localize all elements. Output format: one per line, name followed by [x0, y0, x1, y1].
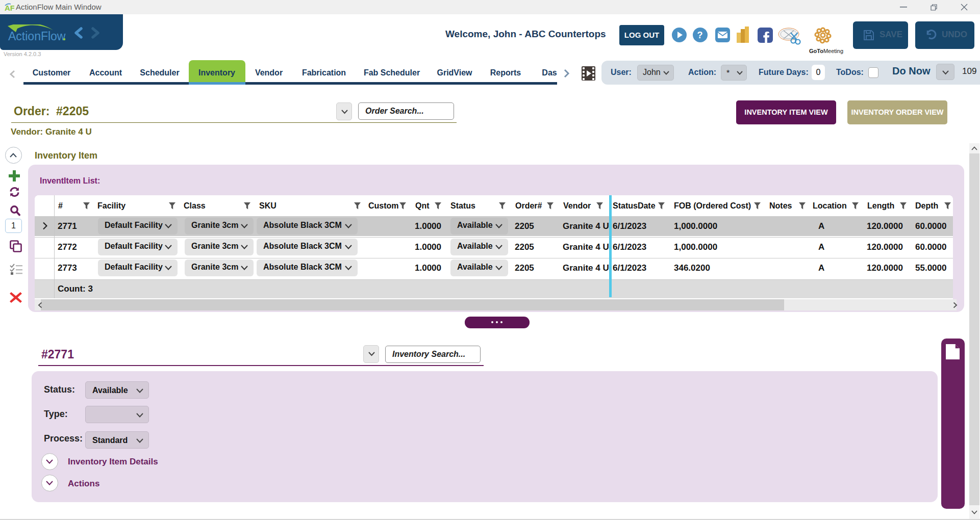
svg-text:ActionFlow: ActionFlow: [8, 30, 66, 43]
svg-text:AF: AF: [5, 4, 14, 12]
svg-text:?: ?: [697, 30, 703, 40]
